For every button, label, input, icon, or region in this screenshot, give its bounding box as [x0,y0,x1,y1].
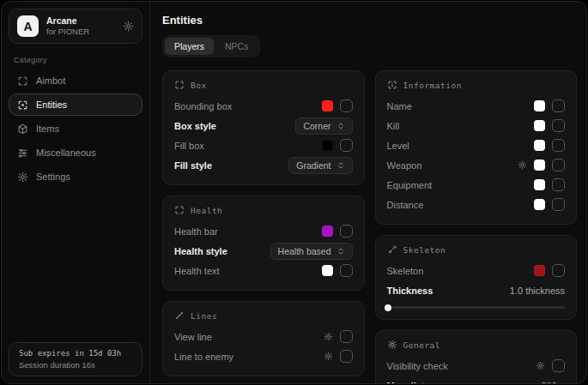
sidebar-item-miscellaneous[interactable]: Miscellaneous [9,141,142,164]
row-label: View line [174,332,212,342]
checkbox[interactable] [552,99,565,112]
box-style-dropdown[interactable]: Corner [295,117,352,135]
row-label: Kill [387,121,400,131]
row-label: Line to enemy [174,352,233,362]
card-title: Information [403,81,462,90]
checkbox[interactable] [552,119,565,132]
color-swatch[interactable] [534,159,545,171]
fill-style-dropdown[interactable]: Gradient [288,157,352,174]
color-swatch[interactable] [322,100,333,111]
info-equipment-row: Equipment [387,176,566,194]
unfold-icon [336,161,345,170]
crosshair-icon [17,75,28,87]
row-label: Weapon [387,160,422,171]
color-swatch[interactable] [322,140,333,151]
sidebar-item-settings[interactable]: Settings [9,165,142,188]
info-brackets-icon [387,80,397,90]
fill-box-row: Fill box [174,136,353,154]
unfold-icon [336,247,345,256]
color-swatch[interactable] [534,120,545,131]
row-label: Box style [174,121,216,131]
checkbox[interactable] [340,139,353,152]
color-swatch[interactable] [534,265,545,276]
box-card-header: Box [174,80,353,90]
left-column: Box Bounding box Box style Corner [162,70,365,376]
checkbox[interactable] [552,139,565,152]
row-label: Max distance [387,381,446,385]
health-style-row: Health style Health based [174,242,353,260]
skeleton-row: Skeleton [387,262,566,280]
information-card: Information Name Kill [375,70,578,225]
color-swatch[interactable] [534,140,545,151]
option-gear-icon[interactable] [324,352,333,361]
row-label: Level [387,141,409,151]
option-gear-icon[interactable] [518,160,527,170]
health-style-dropdown[interactable]: Health based [270,243,353,260]
bone-icon [387,244,397,255]
info-name-row: Name [387,97,566,115]
card-title: Lines [191,311,217,321]
logo-card: A Arcane for PIONER [9,9,142,44]
info-weapon-row: Weapon [387,156,566,174]
sidebar-item-aimbot[interactable]: Aimbot [9,69,142,92]
app-logo: A [17,15,39,37]
sidebar-item-label: Entities [36,99,67,110]
checkbox[interactable] [552,359,565,372]
row-label: Equipment [387,180,433,190]
checkbox[interactable] [340,225,353,238]
health-card: Health Health bar Health style Health ba… [162,196,365,291]
tab-players[interactable]: Players [165,38,214,55]
health-card-header: Health [174,205,353,215]
color-swatch[interactable] [534,199,545,210]
thickness-value: 1.0 thickness [510,286,565,296]
category-label: Category [14,56,142,64]
sidebar-item-entities[interactable]: Entities [9,93,142,116]
app-window: A Arcane for PIONER Category Aimbot [1,1,587,384]
box-style-row: Box style Corner [174,117,353,135]
option-gear-icon[interactable] [324,332,333,341]
max-distance-row: Max distance 500m [387,376,566,384]
slider-thumb[interactable] [385,304,391,311]
sidebar-item-items[interactable]: Items [9,117,142,140]
row-label: Skeleton [387,266,424,276]
card-title: Box [191,81,207,90]
row-label: Health style [174,246,227,256]
row-label: Visibility check [387,361,448,371]
information-card-header: Information [387,80,566,90]
row-label: Fill box [174,141,204,151]
dropdown-value: Health based [278,246,331,256]
tab-npcs[interactable]: NPCs [215,38,258,55]
row-label: Bounding box [174,101,232,111]
checkbox[interactable] [552,264,565,277]
entities-icon [17,99,28,111]
dropdown-value: Corner [303,121,330,131]
checkbox[interactable] [552,198,565,211]
color-swatch[interactable] [534,179,545,190]
option-gear-icon[interactable] [536,361,545,370]
fill-style-row: Fill style Gradient [174,156,353,174]
view-line-row: View line [174,328,353,346]
checkbox[interactable] [552,178,565,191]
row-label: Name [387,101,412,111]
logo-text: Arcane for PIONER [46,15,115,37]
sidebar: A Arcane for PIONER Category Aimbot [2,2,150,383]
lines-card: Lines View line [162,301,365,376]
checkbox[interactable] [340,330,353,343]
checkbox[interactable] [340,350,353,363]
main-content: Entities Players NPCs Box [150,2,586,383]
color-swatch[interactable] [534,100,545,111]
checkbox[interactable] [552,159,565,171]
lines-card-header: Lines [174,310,353,321]
sidebar-item-label: Miscellaneous [36,147,96,158]
entity-tabs: Players NPCs [162,35,260,57]
checkbox[interactable] [340,99,353,112]
general-gear-icon [387,340,397,350]
cards-grid: Box Bounding box Box style Corner [162,70,577,384]
color-swatch[interactable] [322,226,333,237]
checkbox[interactable] [340,264,353,277]
sidebar-item-label: Items [36,123,59,134]
thickness-slider[interactable] [387,306,566,309]
account-settings-icon[interactable] [123,21,134,32]
color-swatch[interactable] [322,265,333,276]
diagonal-line-icon [174,310,185,321]
